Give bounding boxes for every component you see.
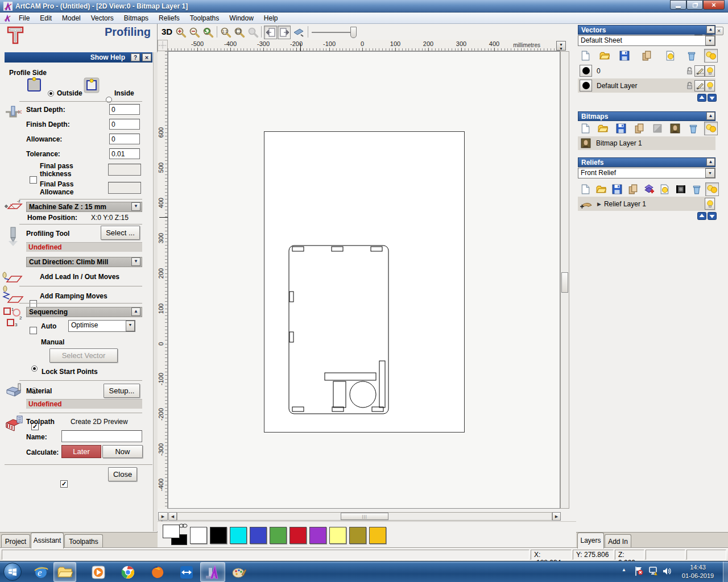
action-center-flag-icon[interactable] — [634, 566, 643, 576]
scroll-right-button[interactable]: ▶ — [552, 512, 561, 521]
outside-radio[interactable] — [48, 90, 54, 97]
menu-file[interactable]: File — [14, 13, 35, 23]
bitmaps-collapse-button[interactable]: ▲ — [706, 112, 715, 120]
delete-bitmap-layer-icon[interactable] — [687, 122, 700, 135]
taskbar-paint[interactable] — [228, 562, 250, 582]
palette-color-olive[interactable] — [349, 527, 366, 544]
vector-artwork[interactable] — [264, 131, 465, 433]
sheet-dropdown-button[interactable]: ▼ — [705, 36, 715, 45]
open-vector-layer-icon[interactable] — [598, 49, 611, 62]
restore-button[interactable] — [686, 0, 703, 10]
zoom-in-icon[interactable] — [175, 26, 187, 39]
vector-layer-row-default[interactable]: Default Layer — [578, 78, 715, 93]
close-button[interactable]: × — [703, 0, 725, 10]
allowance-input[interactable] — [109, 134, 140, 144]
finish-depth-input[interactable] — [109, 119, 140, 130]
cut-direction-header[interactable]: Cut Direction: Climb Mill — [26, 257, 142, 267]
show-vector-layer-icon[interactable] — [664, 49, 677, 62]
machine-safe-z-header[interactable]: Machine Safe Z : 15 mm — [26, 202, 142, 212]
open-relief-layer-icon[interactable] — [595, 183, 607, 196]
save-vector-layer-icon[interactable] — [618, 49, 631, 62]
relief-preview-icon[interactable] — [659, 183, 671, 196]
ruler-units-dropdown-button[interactable]: ▼▼ — [556, 41, 566, 51]
start-depth-input[interactable] — [109, 104, 140, 115]
layer-visibility-icon[interactable] — [705, 198, 715, 210]
palette-color-green[interactable] — [270, 527, 287, 544]
create-2d-preview-checkbox[interactable] — [60, 480, 68, 488]
sequencing-header[interactable]: Sequencing — [26, 307, 142, 317]
relief-dropdown-button[interactable]: ▼ — [705, 168, 715, 178]
zoom-to-fit-icon[interactable] — [233, 26, 246, 39]
network-icon[interactable]: ! — [648, 566, 659, 576]
panel-close-button[interactable]: × — [142, 53, 151, 61]
delete-vector-layer-icon[interactable] — [685, 49, 698, 62]
toolpath-name-input[interactable] — [61, 430, 142, 442]
mdi-close-button[interactable]: × — [714, 27, 723, 35]
toggle-all-relief-layers-icon[interactable] — [705, 182, 719, 196]
save-bitmap-layer-icon[interactable] — [615, 122, 627, 135]
palette-color-purple[interactable] — [309, 527, 326, 544]
layer-edit-icon[interactable] — [694, 65, 705, 77]
outside-profile-icon[interactable] — [26, 76, 42, 93]
vector-layer-row-0[interactable]: 0 — [578, 64, 715, 78]
menu-vectors[interactable]: Vectors — [86, 13, 119, 23]
taskbar-chrome[interactable] — [117, 562, 139, 582]
add-ramping-checkbox[interactable] — [30, 327, 37, 334]
merge-vector-layers-icon[interactable] — [640, 49, 653, 62]
view-3d-button[interactable]: 3D — [162, 27, 172, 36]
taskbar-artcam[interactable] — [200, 562, 225, 582]
inside-radio[interactable] — [106, 97, 112, 103]
assistant-scrollbar[interactable] — [153, 52, 158, 531]
palette-color-red[interactable] — [289, 527, 307, 544]
calculate-later-button[interactable]: Later — [61, 445, 101, 458]
menu-window[interactable]: Window — [224, 13, 259, 23]
menu-help[interactable]: Help — [259, 13, 283, 23]
material-setup-button[interactable]: Setup... — [104, 384, 140, 398]
auto-radio[interactable] — [31, 365, 38, 372]
sequencing-collapse-button[interactable]: ▲ — [131, 307, 140, 316]
vectors-collapse-button[interactable]: ▲ — [706, 26, 715, 34]
canvas-vertical-scrollbar[interactable] — [560, 51, 569, 509]
tray-clock[interactable]: 14:43 01-06-2019 — [677, 563, 719, 580]
layer-edit-icon[interactable] — [694, 80, 705, 92]
canvas-horizontal-scrollbar[interactable]: ||| — [177, 512, 552, 521]
inside-profile-icon[interactable] — [83, 76, 100, 94]
relief-stack-icon[interactable] — [643, 183, 655, 196]
relief-combo[interactable]: Front Relief — [578, 168, 715, 178]
final-pass-thickness-checkbox[interactable] — [30, 176, 37, 184]
new-relief-layer-icon[interactable] — [579, 183, 592, 196]
horizontal-scroll-thumb[interactable]: ||| — [341, 513, 388, 520]
taskbar-internet-explorer[interactable]: e — [30, 562, 52, 582]
menu-model[interactable]: Model — [57, 13, 86, 23]
zoom-slider-handle[interactable] — [350, 27, 357, 38]
move-relief-up-icon[interactable] — [697, 212, 706, 220]
new-bitmap-layer-icon[interactable] — [579, 122, 592, 135]
tab-add-in[interactable]: Add In — [605, 534, 631, 548]
taskbar-media-player[interactable] — [87, 562, 110, 582]
tab-project[interactable]: Project — [1, 534, 30, 548]
layer-visibility-icon[interactable] — [705, 65, 715, 77]
zoom-out-icon[interactable] — [188, 26, 201, 39]
tab-assistant[interactable]: Assistant — [31, 533, 64, 548]
zoom-slider-track[interactable] — [312, 32, 351, 33]
layer-lock-icon[interactable] — [685, 80, 694, 92]
menu-reliefs[interactable]: Reliefs — [154, 13, 185, 23]
link-colors-icon[interactable] — [179, 522, 188, 529]
move-layer-down-icon[interactable] — [708, 94, 717, 102]
relief-render-icon[interactable] — [675, 183, 687, 196]
toggle-prev-view-button[interactable] — [264, 26, 277, 39]
vertical-scroll-thumb[interactable] — [561, 272, 568, 293]
tab-toolpaths[interactable]: Toolpaths — [64, 534, 103, 548]
move-layer-up-icon[interactable] — [697, 94, 706, 102]
open-bitmap-layer-icon[interactable] — [597, 122, 609, 135]
layer-color-button[interactable] — [580, 65, 592, 77]
palette-color-white[interactable] — [190, 527, 207, 544]
taskbar-file-explorer[interactable] — [53, 562, 76, 582]
calculate-now-button[interactable]: Now — [102, 445, 143, 458]
toggle-next-view-button[interactable] — [278, 26, 291, 39]
scroll-left-button[interactable]: ◀ — [168, 512, 177, 521]
taskbar-teamviewer[interactable] — [175, 562, 198, 582]
palette-color-lightyellow[interactable] — [329, 527, 346, 544]
delete-relief-layer-icon[interactable] — [690, 183, 703, 196]
layer-visibility-icon[interactable] — [705, 80, 715, 92]
